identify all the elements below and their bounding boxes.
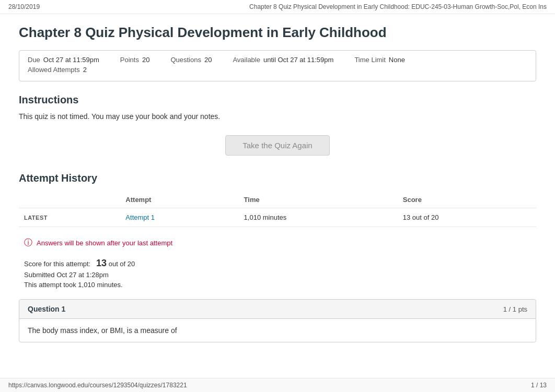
question-text: The body mass index, or BMI, is a measur… [28,326,527,335]
submitted-text: Submitted Oct 27 at 1:28pm [24,271,536,279]
instructions-title: Instructions [19,94,536,106]
allowed-attempts-label: Allowed Attempts [28,66,80,74]
question-block: Question 1 1 / 1 pts The body mass index… [19,299,536,342]
questions-label: Questions [170,56,201,64]
attempt-link[interactable]: Attempt 1 [125,213,155,221]
instructions-body: This quiz is not timed. You may use your… [19,112,536,121]
col-header-time: Time [239,192,398,208]
main-content: Chapter 8 Quiz Physical Development in E… [0,14,555,363]
time-limit-label: Time Limit [354,56,385,64]
questions-value: 20 [204,56,212,64]
score-out-of: out of 20 [109,260,135,268]
quiz-meta: Due Oct 27 at 11:59pm Points 20 Question… [19,50,536,81]
points-value: 20 [142,56,149,64]
due-value: Oct 27 at 11:59pm [43,56,99,64]
available-value: until Oct 27 at 11:59pm [263,56,333,64]
latest-badge: LATEST [19,208,120,227]
due-item: Due Oct 27 at 11:59pm [28,56,99,64]
page-title: Chapter 8 Quiz Physical Development in E… [19,25,536,41]
due-label: Due [28,56,40,64]
duration-text: This attempt took 1,010 minutes. [24,281,536,289]
available-label: Available [233,56,260,64]
attempt-time: 1,010 minutes [239,208,398,227]
available-item: Available until Oct 27 at 11:59pm [233,56,333,64]
attempt-score: 13 out of 20 [398,208,536,227]
table-row: LATEST Attempt 1 1,010 minutes 13 out of… [19,208,536,227]
allowed-attempts-item: Allowed Attempts 2 [28,66,87,74]
take-quiz-again-button[interactable]: Take the Quiz Again [225,135,329,156]
questions-item: Questions 20 [170,56,212,64]
points-label: Points [120,56,139,64]
top-bar: 28/10/2019 Chapter 8 Quiz Physical Devel… [0,0,555,14]
answers-notice: ⓘ Answers will be shown after your last … [19,237,536,248]
score-value: 13 [96,258,107,268]
notice-icon: ⓘ [24,237,32,248]
take-quiz-btn-wrapper: Take the Quiz Again [19,135,536,156]
score-details: Score for this attempt: 13 out of 20 Sub… [19,258,536,289]
question-title: Question 1 [28,305,65,313]
col-header-attempt: Attempt [120,192,238,208]
attempt-table: Attempt Time Score LATEST Attempt 1 1,01… [19,192,536,227]
question-pts: 1 / 1 pts [503,305,527,313]
time-limit-value: None [389,56,405,64]
allowed-attempts-value: 2 [83,66,87,74]
score-label: Score for this attempt: [24,260,90,268]
breadcrumb: Chapter 8 Quiz Physical Development in E… [249,3,547,10]
col-header-empty [19,192,120,208]
date: 28/10/2019 [8,3,40,10]
question-body: The body mass index, or BMI, is a measur… [19,319,536,342]
points-item: Points 20 [120,56,150,64]
col-header-score: Score [398,192,536,208]
score-for-attempt: Score for this attempt: 13 out of 20 [24,258,536,269]
attempt-history-title: Attempt History [19,172,536,184]
answers-notice-text: Answers will be shown after your last at… [37,239,172,247]
attempt-link-cell[interactable]: Attempt 1 [120,208,238,227]
time-limit-item: Time Limit None [354,56,405,64]
question-header: Question 1 1 / 1 pts [19,300,536,319]
